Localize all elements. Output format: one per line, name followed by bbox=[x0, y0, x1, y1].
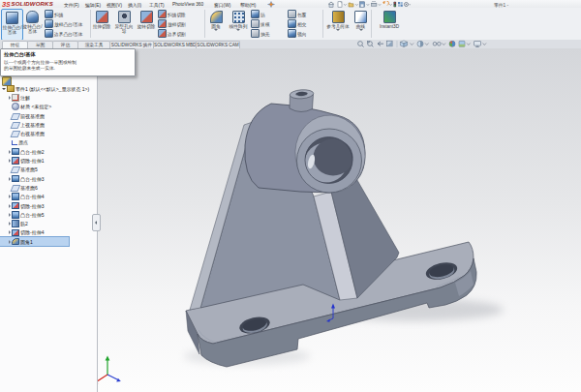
tree-item-right-plane[interactable]: 右视基准面 bbox=[0, 129, 97, 137]
options-gear-icon[interactable] bbox=[405, 2, 409, 6]
expand-arrow-icon[interactable] bbox=[2, 88, 6, 90]
tree-item-boss-extrude4[interactable]: 凸台-拉伸4 bbox=[0, 193, 97, 201]
tree-item-origin[interactable]: 原点 bbox=[0, 138, 97, 147]
dropdown-caret[interactable] bbox=[483, 44, 487, 45]
ribbon-button-shell[interactable]: 抽壳 bbox=[251, 29, 269, 38]
tree-item-cut-extrude1[interactable]: 切除-拉伸1 bbox=[0, 156, 97, 165]
open-document-icon[interactable] bbox=[349, 3, 353, 7]
ribbon-button-sweep[interactable]: 扫描 bbox=[45, 10, 63, 18]
expand-arrow-icon[interactable] bbox=[9, 177, 11, 181]
ribbon-button-draft[interactable]: 拔模 bbox=[251, 19, 269, 28]
menu-photoview[interactable]: PhotoView 360 bbox=[170, 1, 205, 8]
view-orientation-icon[interactable] bbox=[400, 41, 407, 46]
dropdown-caret[interactable] bbox=[236, 29, 240, 31]
expand-arrow-icon[interactable] bbox=[9, 222, 11, 226]
ribbon-button-extrude-cut[interactable]: 拉伸切除 bbox=[92, 9, 111, 39]
grid-system-icon[interactable] bbox=[398, 2, 403, 7]
ribbon-button-mirror[interactable]: 镜向 bbox=[288, 29, 306, 38]
part-icon bbox=[7, 85, 15, 93]
quick-tip-star-icon[interactable] bbox=[267, 1, 275, 8]
save-icon[interactable] bbox=[360, 1, 365, 6]
dropdown-caret[interactable] bbox=[355, 4, 358, 6]
tree-item-cut-extrude4[interactable]: 切除-拉伸4 bbox=[0, 228, 97, 237]
expand-arrow-icon[interactable] bbox=[9, 230, 11, 234]
print-icon[interactable] bbox=[372, 1, 377, 5]
tree-item-plane6[interactable]: 基准面6 bbox=[0, 183, 97, 192]
cut-extrude-icon bbox=[12, 229, 19, 237]
ribbon-button-wrap[interactable]: 包覆 bbox=[288, 10, 306, 18]
ribbon-button-revolve-boss[interactable]: 旋转凸台/基体 bbox=[22, 9, 43, 39]
ribbon-button-sweep-cut[interactable]: 扫描切除 bbox=[158, 10, 186, 18]
hub-bore[interactable] bbox=[305, 137, 353, 184]
ribbon-button-boundary-cut[interactable]: 边界切割 bbox=[158, 29, 186, 38]
ribbon-button-intersect[interactable]: 相交 bbox=[288, 19, 306, 28]
dropdown-caret[interactable] bbox=[411, 44, 414, 45]
ribbon-button-hole-wizard[interactable]: 异型孔向导 bbox=[113, 9, 135, 39]
expand-arrow-icon[interactable] bbox=[9, 150, 11, 154]
panel-collapse-handle[interactable] bbox=[92, 214, 101, 231]
ribbon-button-revolve-cut[interactable]: 旋转切除 bbox=[137, 9, 156, 39]
ribbon-button-extrude-boss[interactable]: 拉伸凸台/基体 bbox=[1, 9, 23, 41]
part-top-boss[interactable] bbox=[290, 89, 314, 112]
dropdown-caret[interactable] bbox=[410, 4, 412, 5]
ribbon-button-loft[interactable]: 放样凸台/基体 bbox=[45, 19, 82, 28]
zoom-to-fit-icon[interactable] bbox=[358, 42, 364, 47]
tree-item-boss-extrude5[interactable]: 凸台-拉伸5 bbox=[0, 210, 97, 219]
dropdown-caret[interactable] bbox=[425, 44, 429, 45]
sweep-icon bbox=[45, 10, 53, 18]
apply-scene-icon[interactable] bbox=[459, 41, 465, 46]
tree-item-top-plane[interactable]: 上视基准面 bbox=[0, 120, 97, 129]
dropdown-caret[interactable] bbox=[379, 4, 382, 6]
tree-item-boss-extrude3[interactable]: 凸台-拉伸3 bbox=[0, 174, 97, 183]
ribbon-button-fillet[interactable]: 圆角 bbox=[206, 9, 226, 39]
rebuild-icon[interactable] bbox=[394, 1, 397, 6]
dropdown-caret[interactable] bbox=[367, 4, 370, 6]
ribbon-button-boundary[interactable]: 边界凸台/基体 bbox=[45, 29, 82, 38]
tree-item-boss-extrude2[interactable]: 凸台-拉伸2 bbox=[0, 147, 97, 156]
ribbon-button-instant3d[interactable]: Instant3D bbox=[374, 9, 405, 39]
plane-icon bbox=[11, 185, 20, 192]
expand-arrow-icon[interactable] bbox=[9, 213, 11, 217]
zoom-to-area-icon[interactable] bbox=[367, 41, 373, 46]
expand-arrow-icon[interactable] bbox=[9, 159, 11, 163]
ribbon-button-reference-geometry[interactable]: 参考几何体 bbox=[325, 9, 351, 39]
boss-extrude-icon bbox=[12, 211, 19, 219]
ribbon-button-linear-pattern[interactable]: 线性阵列 bbox=[228, 9, 249, 39]
tree-item-front-plane[interactable]: 前视基准面 bbox=[0, 111, 97, 120]
logo-wordmark: SOLIDWORKS bbox=[12, 1, 53, 7]
tree-item-fillet1[interactable]: 圆角1 bbox=[0, 237, 69, 246]
ribbon-button-loft-cut[interactable]: 放样切割 bbox=[158, 19, 186, 28]
tree-item-rib2[interactable]: 筋2 bbox=[0, 219, 97, 227]
dropdown-caret[interactable] bbox=[389, 4, 392, 6]
dropdown-caret[interactable] bbox=[214, 29, 218, 31]
dropdown-caret[interactable] bbox=[443, 44, 446, 45]
part-hub[interactable] bbox=[245, 104, 370, 197]
section-view-icon[interactable] bbox=[387, 41, 393, 46]
new-document-icon[interactable] bbox=[338, 1, 342, 6]
expand-arrow-icon[interactable] bbox=[9, 204, 11, 208]
undo-icon[interactable] bbox=[382, 1, 388, 5]
expand-arrow-icon[interactable] bbox=[9, 96, 11, 100]
model-3d-view[interactable] bbox=[98, 48, 581, 392]
view-settings-icon[interactable] bbox=[474, 42, 481, 47]
display-style-icon[interactable] bbox=[417, 41, 423, 46]
dropdown-caret[interactable] bbox=[467, 44, 471, 45]
solidworks-logo: ЗS SOLIDWORKS bbox=[2, 0, 53, 8]
expand-arrow-icon[interactable] bbox=[9, 240, 11, 244]
ribbon-button-rib[interactable]: 筋 bbox=[251, 10, 265, 18]
dropdown-caret[interactable] bbox=[344, 4, 347, 6]
ribbon-button-curves[interactable]: 曲线 bbox=[352, 9, 369, 39]
triad-y-axis bbox=[106, 356, 110, 361]
home-icon[interactable] bbox=[328, 2, 334, 8]
tree-item-part-root[interactable]: 零件1 (默认<<默认>_显示状态 1>) bbox=[0, 84, 97, 93]
dropdown-caret[interactable] bbox=[336, 29, 340, 31]
tree-item-cut-extrude3[interactable]: 切除-拉伸3 bbox=[0, 201, 97, 210]
tree-item-material[interactable]: 材质 <未指定> bbox=[0, 103, 97, 111]
tree-item-annotations[interactable]: 注解 bbox=[0, 93, 97, 102]
expand-arrow-icon[interactable] bbox=[9, 195, 11, 198]
dropdown-caret[interactable] bbox=[359, 29, 363, 31]
edit-appearance-icon[interactable] bbox=[449, 41, 455, 46]
hide-show-items-icon[interactable] bbox=[433, 43, 441, 46]
tree-item-plane5[interactable]: 基准面5 bbox=[0, 166, 97, 174]
previous-view-icon[interactable] bbox=[378, 42, 383, 45]
